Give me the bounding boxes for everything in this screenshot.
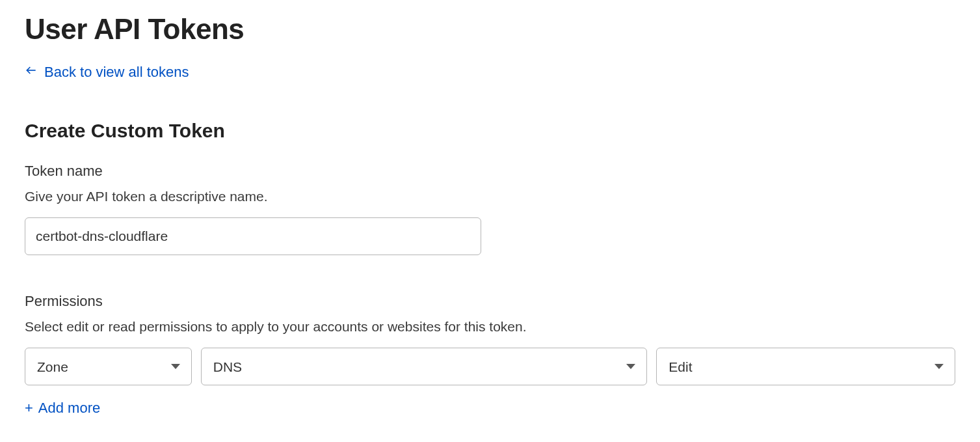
add-more-button[interactable]: + Add more xyxy=(25,400,100,417)
add-more-label: Add more xyxy=(38,400,100,417)
permission-row: Zone DNS Edit xyxy=(25,348,955,385)
plus-icon: + xyxy=(25,401,33,415)
token-name-group: Token name Give your API token a descrip… xyxy=(25,163,955,255)
permission-resource-select[interactable]: DNS xyxy=(201,348,648,385)
permission-action-select[interactable]: Edit xyxy=(656,348,955,385)
token-name-description: Give your API token a descriptive name. xyxy=(25,189,955,204)
section-title: Create Custom Token xyxy=(25,120,955,142)
page-title: User API Tokens xyxy=(25,13,955,46)
arrow-left-icon xyxy=(25,64,38,81)
token-name-label: Token name xyxy=(25,163,955,180)
back-link[interactable]: Back to view all tokens xyxy=(25,64,189,81)
permission-scope-select[interactable]: Zone xyxy=(25,348,192,385)
back-link-label: Back to view all tokens xyxy=(44,64,189,81)
token-name-input[interactable] xyxy=(25,217,481,255)
permissions-description: Select edit or read permissions to apply… xyxy=(25,319,955,335)
permissions-group: Permissions Select edit or read permissi… xyxy=(25,293,955,417)
permissions-label: Permissions xyxy=(25,293,955,310)
